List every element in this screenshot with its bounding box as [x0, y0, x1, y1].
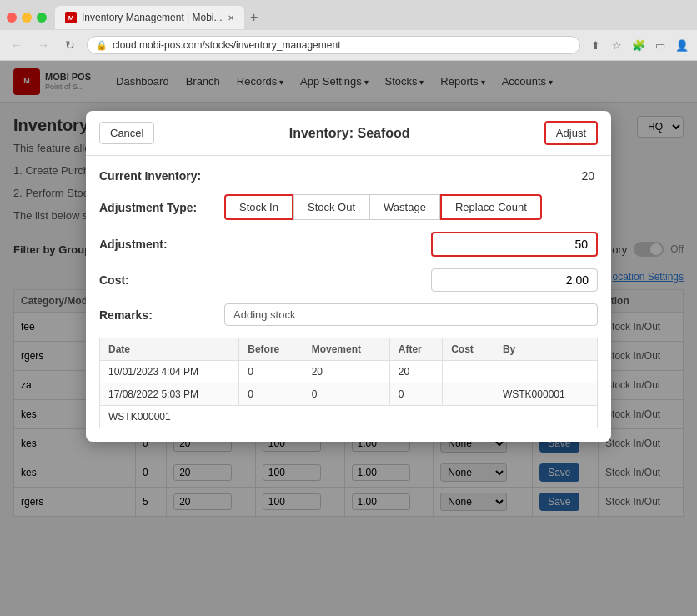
hist-cost — [443, 361, 494, 383]
adjustment-input[interactable] — [431, 232, 598, 257]
adjustment-label: Adjustment: — [99, 238, 224, 251]
history-col-before: Before — [239, 338, 303, 361]
adj-type-stock-in[interactable]: Stock In — [224, 194, 293, 220]
history-col-date: Date — [100, 338, 239, 361]
profile-icon[interactable]: 👤 — [674, 37, 690, 53]
tab-close-icon[interactable]: ✕ — [228, 13, 234, 23]
hist-date: 17/08/2022 5:03 PM — [100, 383, 239, 406]
hist-before: 0 — [239, 361, 303, 383]
tab-favicon: M — [65, 12, 77, 23]
current-inventory-label: Current Inventory: — [99, 169, 224, 183]
bookmark-icon[interactable]: ☆ — [609, 37, 625, 53]
extensions-icon[interactable]: 🧩 — [630, 37, 647, 53]
reload-button[interactable]: ↻ — [60, 35, 80, 55]
app-container: M MOBI POS Point of S... Dashboard Branc… — [0, 61, 697, 616]
adj-type-replace-count[interactable]: Replace Count — [440, 194, 542, 220]
history-table: Date Before Movement After Cost By 10/01… — [99, 338, 598, 428]
hist-before: 0 — [239, 383, 303, 406]
remarks-input[interactable] — [224, 303, 598, 326]
forward-button[interactable]: → — [33, 35, 53, 55]
browser-icons: ⬆ ☆ 🧩 ▭ 👤 — [587, 37, 690, 53]
close-dot[interactable] — [7, 13, 17, 23]
history-row: 17/08/2022 5:03 PM 0 0 0 WSTK000001 — [100, 383, 598, 406]
remarks-label: Remarks: — [99, 308, 224, 322]
history-col-by: By — [494, 338, 597, 361]
history-col-movement: Movement — [303, 338, 389, 361]
cost-input[interactable] — [431, 268, 598, 292]
history-wstk-row: WSTK000001 — [100, 406, 598, 428]
hist-after: 0 — [389, 383, 442, 406]
history-col-after: After — [389, 338, 442, 361]
current-inventory-row: Current Inventory: 20 — [99, 169, 598, 183]
modal-title: Inventory: Seafood — [154, 126, 544, 141]
address-bar: ← → ↻ 🔒 cloud.mobi-pos.com/stocks/invent… — [0, 30, 697, 60]
hist-by — [494, 361, 597, 383]
hist-movement: 20 — [303, 361, 389, 383]
remarks-row: Remarks: — [99, 303, 598, 326]
url-bar[interactable]: 🔒 cloud.mobi-pos.com/stocks/inventory_ma… — [87, 36, 580, 54]
new-tab-button[interactable]: + — [244, 8, 264, 28]
adjustment-type-row: Adjustment Type: Stock In Stock Out Wast… — [99, 194, 598, 220]
minimize-dot[interactable] — [22, 13, 32, 23]
window-controls — [7, 13, 47, 23]
hist-cost — [443, 383, 494, 406]
modal-overlay: Cancel Inventory: Seafood Adjust Current… — [0, 61, 697, 616]
active-tab[interactable]: M Inventory Management | Mobi... ✕ — [55, 6, 244, 29]
tab-bar: M Inventory Management | Mobi... ✕ + — [0, 0, 697, 30]
sidebar-icon[interactable]: ▭ — [652, 37, 669, 53]
adjustment-row: Adjustment: — [99, 232, 598, 257]
adjustment-type-group: Stock In Stock Out Wastage Replace Count — [224, 194, 598, 220]
hist-after: 20 — [389, 361, 442, 383]
hist-movement: 0 — [303, 383, 389, 406]
adj-type-stock-out[interactable]: Stock Out — [293, 194, 369, 220]
browser-chrome: M Inventory Management | Mobi... ✕ + ← →… — [0, 0, 697, 61]
cancel-button[interactable]: Cancel — [99, 122, 154, 144]
tab-title: Inventory Management | Mobi... — [82, 12, 223, 23]
cost-row: Cost: — [99, 268, 598, 292]
adj-type-wastage[interactable]: Wastage — [369, 194, 440, 220]
hist-by: WSTK000001 — [494, 383, 597, 406]
modal-header: Cancel Inventory: Seafood Adjust — [86, 111, 611, 156]
share-icon[interactable]: ⬆ — [587, 37, 604, 53]
url-text: cloud.mobi-pos.com/stocks/inventory_mana… — [113, 39, 340, 51]
adjust-button[interactable]: Adjust — [544, 121, 598, 145]
inventory-modal: Cancel Inventory: Seafood Adjust Current… — [86, 111, 611, 442]
history-row: 10/01/2023 4:04 PM 0 20 20 — [100, 361, 598, 383]
hist-date: 10/01/2023 4:04 PM — [100, 361, 239, 383]
history-col-cost: Cost — [443, 338, 494, 361]
back-button[interactable]: ← — [7, 35, 27, 55]
modal-body: Current Inventory: 20 Adjustment Type: S… — [86, 156, 611, 442]
adjustment-type-label: Adjustment Type: — [99, 201, 224, 214]
wstk-label: WSTK000001 — [100, 406, 598, 428]
maximize-dot[interactable] — [37, 13, 47, 23]
cost-label: Cost: — [99, 273, 224, 287]
current-inventory-value: 20 — [581, 169, 598, 183]
